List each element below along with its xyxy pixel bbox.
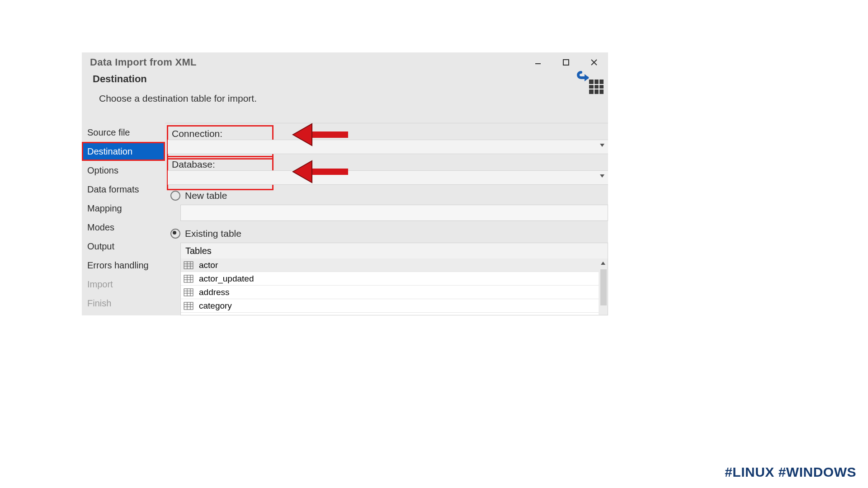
tables-scrollbar[interactable] xyxy=(599,258,608,315)
sidebar-item-errors-handling[interactable]: Errors handling xyxy=(82,256,165,275)
page-subtitle: Choose a destination table for import. xyxy=(93,85,608,104)
svg-rect-25 xyxy=(184,302,193,310)
table-row[interactable]: actor_updated xyxy=(181,272,599,286)
main-panel: Connection: Database: New table Existing… xyxy=(165,123,608,315)
sidebar-item-destination[interactable]: Destination xyxy=(82,142,165,161)
sidebar-item-output[interactable]: Output xyxy=(82,237,165,256)
table-name: actor_updated xyxy=(199,274,254,284)
table-name: actor xyxy=(199,260,218,270)
sidebar-item-finish: Finish xyxy=(82,294,165,313)
hashtags: #LINUX #WINDOWS xyxy=(725,465,856,480)
connection-dropdown[interactable] xyxy=(168,140,608,154)
tables-panel: Tables actor actor_updated address xyxy=(180,243,608,315)
dialog-window: Data Import from XML Destination Choose … xyxy=(82,52,608,315)
database-dropdown[interactable] xyxy=(168,170,608,185)
scroll-thumb[interactable] xyxy=(600,269,607,305)
svg-rect-15 xyxy=(184,275,193,282)
window-title: Data Import from XML xyxy=(82,56,197,68)
table-name: address xyxy=(199,287,230,297)
sidebar-item-source-file[interactable]: Source file xyxy=(82,123,165,142)
new-table-input[interactable] xyxy=(180,205,608,221)
table-icon xyxy=(184,275,193,283)
existing-table-label: Existing table xyxy=(185,228,241,239)
new-table-option[interactable]: New table xyxy=(170,190,227,201)
tables-list[interactable]: actor actor_updated address categor xyxy=(181,258,599,315)
table-icon xyxy=(184,261,193,269)
table-icon xyxy=(184,302,193,310)
new-table-label: New table xyxy=(185,190,227,201)
reflection: category address actor_updated actor xyxy=(82,315,608,406)
table-row[interactable]: address xyxy=(181,286,599,299)
connection-label: Connection: xyxy=(172,128,269,139)
tables-header: Tables xyxy=(181,243,608,259)
sidebar-item-options[interactable]: Options xyxy=(82,161,165,180)
chevron-down-icon xyxy=(600,144,604,147)
scroll-up-icon xyxy=(599,258,608,267)
minimize-button[interactable] xyxy=(524,52,552,72)
table-row[interactable]: category xyxy=(181,299,599,313)
sidebar-item-modes[interactable]: Modes xyxy=(82,218,165,237)
chevron-down-icon xyxy=(600,174,604,178)
database-label: Database: xyxy=(172,159,269,170)
svg-rect-1 xyxy=(563,60,569,65)
radio-icon xyxy=(170,229,180,239)
sidebar-item-import: Import xyxy=(82,275,165,294)
radio-icon xyxy=(170,191,180,201)
sidebar-item-mapping[interactable]: Mapping xyxy=(82,199,165,218)
dialog-header: Destination Choose a destination table f… xyxy=(82,72,608,107)
svg-rect-5 xyxy=(589,80,604,84)
sidebar-item-data-formats[interactable]: Data formats xyxy=(82,180,165,199)
table-icon xyxy=(184,288,193,296)
page-title: Destination xyxy=(93,73,608,85)
import-icon xyxy=(576,70,604,97)
svg-rect-20 xyxy=(184,289,193,296)
table-name: category xyxy=(199,301,232,311)
svg-rect-10 xyxy=(184,262,193,269)
table-row[interactable]: actor xyxy=(181,258,599,272)
wizard-sidebar: Source file Destination Options Data for… xyxy=(82,123,165,315)
titlebar: Data Import from XML xyxy=(82,52,608,72)
existing-table-option[interactable]: Existing table xyxy=(170,228,241,239)
